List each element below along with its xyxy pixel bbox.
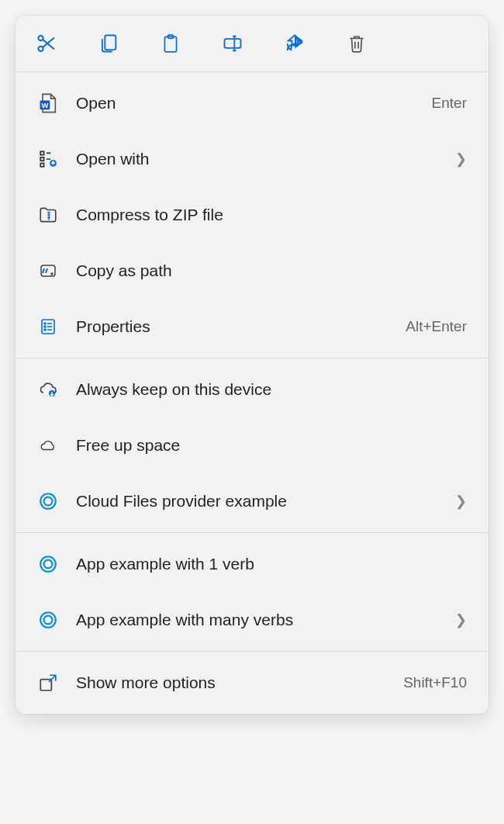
svg-rect-15 [40,163,43,166]
menu-label: Open with [76,150,438,168]
chevron-right-icon: ❯ [455,493,467,510]
svg-point-21 [51,273,53,275]
trash-icon [347,32,367,55]
menu-label: Always keep on this device [76,380,467,399]
svg-rect-13 [40,151,43,154]
swirl-icon [37,553,59,575]
copy-button[interactable] [96,31,121,56]
menu-shortcut: Shift+F10 [403,674,467,691]
menu-item-properties[interactable]: Properties Alt+Enter [16,299,488,355]
svg-point-23 [44,323,46,324]
scissors-icon [35,32,58,55]
svg-rect-14 [40,158,43,161]
menu-shortcut: Alt+Enter [406,318,467,335]
share-icon [283,33,306,54]
svg-rect-7 [225,39,241,48]
cut-button[interactable] [34,31,59,56]
menu-item-open-with[interactable]: Open with ❯ [16,131,488,187]
clipboard-icon [161,32,181,55]
svg-point-1 [38,36,43,40]
menu-item-always-keep[interactable]: Always keep on this device [16,362,488,417]
svg-point-31 [44,497,53,506]
menu-item-app-many[interactable]: App example with many verbs ❯ [16,592,488,648]
menu-label: App example with many verbs [76,611,438,629]
menu-item-copy-path[interactable]: Copy as path [16,243,488,299]
menu-label: App example with 1 verb [76,555,467,573]
menu-section-more: Show more options Shift+F10 [16,651,488,714]
menu-item-cloud-provider[interactable]: Cloud Files provider example ❯ [16,473,488,529]
copy-icon [98,32,119,55]
svg-point-35 [44,616,53,625]
svg-line-37 [49,675,56,682]
svg-rect-4 [105,36,116,50]
svg-point-27 [44,329,46,331]
rename-button[interactable] [220,31,245,56]
share-button[interactable] [282,31,307,56]
svg-point-32 [40,556,56,572]
rename-icon [221,33,244,54]
menu-section-apps: App example with 1 verb App example with… [16,532,488,651]
cloud-icon [37,435,59,456]
svg-text:W: W [42,102,49,109]
svg-point-34 [40,612,56,628]
properties-icon [37,316,59,338]
svg-point-25 [44,326,46,327]
swirl-icon [37,609,59,631]
swirl-icon [37,490,59,512]
svg-point-33 [44,560,53,569]
menu-label: Cloud Files provider example [76,492,438,511]
copy-path-icon [37,260,59,282]
chevron-right-icon: ❯ [455,151,467,168]
expand-icon [37,672,59,694]
cloud-download-icon [37,379,59,400]
svg-point-0 [38,47,43,51]
zip-folder-icon [37,204,59,226]
menu-label: Properties [76,317,388,336]
svg-line-2 [43,40,54,50]
menu-item-more-options[interactable]: Show more options Shift+F10 [16,655,488,711]
paste-button[interactable] [158,31,183,56]
word-file-icon: W [37,92,59,114]
icon-toolbar [16,16,488,72]
open-with-icon [37,148,59,170]
svg-point-30 [40,493,56,509]
context-menu: W Open Enter Open with ❯ [16,16,488,714]
menu-label: Free up space [76,436,467,455]
menu-label: Copy as path [76,261,467,280]
menu-item-free-space[interactable]: Free up space [16,417,488,473]
menu-item-app-single[interactable]: App example with 1 verb [16,536,488,592]
menu-item-compress[interactable]: Compress to ZIP file [16,187,488,243]
menu-section-main: W Open Enter Open with ❯ [16,72,488,358]
delete-button[interactable] [344,31,369,56]
chevron-right-icon: ❯ [455,611,467,628]
menu-section-cloud: Always keep on this device Free up space… [16,358,488,532]
menu-item-open[interactable]: W Open Enter [16,75,488,131]
menu-label: Compress to ZIP file [76,206,467,224]
menu-shortcut: Enter [432,95,467,112]
menu-label: Show more options [76,673,386,692]
menu-label: Open [76,94,415,113]
svg-line-3 [43,38,54,48]
